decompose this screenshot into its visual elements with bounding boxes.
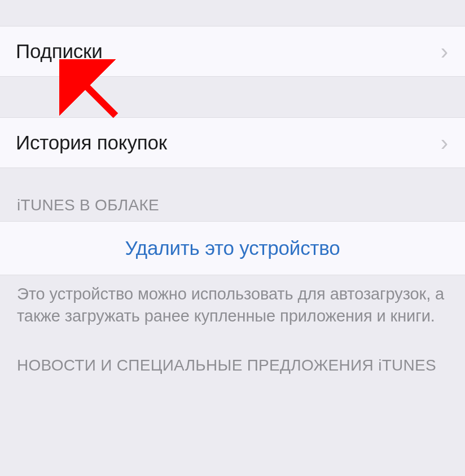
purchase-history-row[interactable]: История покупок › xyxy=(0,117,465,168)
subscriptions-row[interactable]: Подписки › xyxy=(0,26,465,77)
chevron-right-icon: › xyxy=(441,40,448,63)
top-spacer xyxy=(0,0,465,26)
news-offers-header: НОВОСТИ И СПЕЦИАЛЬНЫЕ ПРЕДЛОЖЕНИЯ iTUNES xyxy=(0,327,465,375)
itunes-cloud-footer: Это устройство можно использовать для ав… xyxy=(0,275,465,327)
spacer-1 xyxy=(0,77,465,117)
purchase-history-label: История покупок xyxy=(16,131,167,154)
settings-screen: Подписки › История покупок › iTUNES В ОБ… xyxy=(0,0,465,476)
remove-device-row[interactable]: Удалить это устройство xyxy=(0,221,465,275)
chevron-right-icon: › xyxy=(441,131,448,154)
subscriptions-label: Подписки xyxy=(16,40,103,63)
remove-device-label: Удалить это устройство xyxy=(125,237,340,259)
itunes-cloud-header: iTUNES В ОБЛАКЕ xyxy=(0,168,465,221)
